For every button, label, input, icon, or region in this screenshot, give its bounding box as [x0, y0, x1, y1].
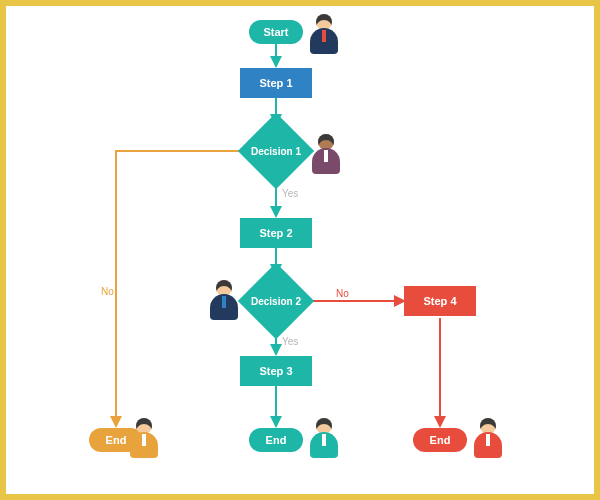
end3-node: End: [413, 428, 467, 452]
decision1-label: Decision 1: [251, 146, 301, 157]
decision2-node: Decision 2: [249, 274, 303, 328]
person-icon: [306, 416, 342, 460]
step1-label: Step 1: [259, 77, 292, 89]
step3-label: Step 3: [259, 365, 292, 377]
person-icon: [126, 416, 162, 460]
yes2-label: Yes: [282, 336, 298, 347]
person-icon: [470, 416, 506, 460]
start-label: Start: [263, 26, 288, 38]
start-node: Start: [249, 20, 303, 44]
step2-node: Step 2: [240, 218, 312, 248]
step3-node: Step 3: [240, 356, 312, 386]
person-icon: [206, 278, 242, 322]
step4-node: Step 4: [404, 286, 476, 316]
decision2-label: Decision 2: [251, 296, 301, 307]
no2-label: No: [336, 288, 349, 299]
end2-node: End: [249, 428, 303, 452]
yes1-label: Yes: [282, 188, 298, 199]
step1-node: Step 1: [240, 68, 312, 98]
decision1-node: Decision 1: [249, 124, 303, 178]
step2-label: Step 2: [259, 227, 292, 239]
step4-label: Step 4: [423, 295, 456, 307]
end2-label: End: [266, 434, 287, 446]
person-icon: [308, 132, 344, 176]
end1-label: End: [106, 434, 127, 446]
end3-label: End: [430, 434, 451, 446]
person-icon: [306, 12, 342, 56]
no1-label: No: [101, 286, 114, 297]
flowchart-canvas: Start Step 1 Decision 1 Step 2 Decision …: [6, 6, 594, 494]
